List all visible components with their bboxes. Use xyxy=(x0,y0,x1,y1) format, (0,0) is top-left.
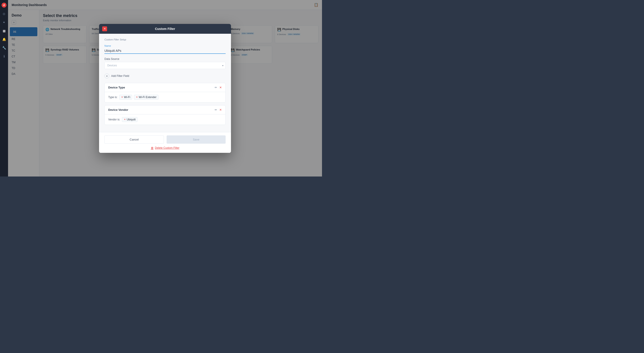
datasource-label: Data Source xyxy=(104,57,226,60)
delete-device-vendor-button[interactable]: ✕ xyxy=(219,108,222,111)
remove-wifi-button[interactable]: ✕ xyxy=(121,96,123,98)
tag-ubiquiti-label: Ubiquiti xyxy=(126,118,136,121)
sidebar-item-grid[interactable]: ▦ xyxy=(2,28,6,33)
device-vendor-section-header: Device Vendor ✏ ✕ xyxy=(105,105,226,114)
delete-device-type-button[interactable]: ✕ xyxy=(219,86,222,89)
edit-device-type-button[interactable]: ✏ xyxy=(215,86,217,89)
edit-device-vendor-button[interactable]: ✏ xyxy=(215,108,217,111)
sidebar-item-settings[interactable]: 🔧 xyxy=(2,45,6,50)
datasource-select[interactable]: Devices xyxy=(104,62,226,69)
sidebar-item-notifications[interactable]: 🔔 xyxy=(2,37,6,41)
name-field-group: Name xyxy=(104,44,226,54)
modal-header: ✕ Custom Filter xyxy=(99,24,231,34)
remove-ubiquiti-button[interactable]: ✕ xyxy=(124,118,126,121)
app-logo[interactable]: d xyxy=(2,3,6,7)
plus-icon: + xyxy=(104,73,109,78)
tag-wifi-extender-label: Wi-Fi Extender xyxy=(139,96,156,99)
device-vendor-actions: ✏ ✕ xyxy=(215,108,222,111)
device-type-actions: ✏ ✕ xyxy=(215,86,222,89)
device-vendor-body: Vendor is: ✕ Ubiquiti xyxy=(105,114,226,125)
device-type-section-header: Device Type ✏ ✕ xyxy=(105,83,226,92)
setup-label: Custom Filter Setup xyxy=(104,38,226,41)
name-input[interactable] xyxy=(104,48,226,54)
device-type-body: Type is: ✕ Wi-Fi ✕ Wi-Fi Extender xyxy=(105,92,226,102)
trash-icon: 🗑 xyxy=(151,146,154,150)
main-content: Monitoring Dashboards 📋 Demo + DE RE TE … xyxy=(8,0,322,176)
datasource-select-wrapper: Devices ▾ xyxy=(104,62,226,69)
footer-buttons: Cancel Save xyxy=(104,135,226,144)
sidebar-item-info[interactable]: ℹ xyxy=(2,54,6,58)
modal-footer: Cancel Save 🗑 Delete Custom Filter xyxy=(99,132,231,153)
device-type-title: Device Type xyxy=(108,86,125,89)
tag-wifi-label: Wi-Fi xyxy=(124,96,130,99)
type-is-label: Type is: xyxy=(108,96,118,99)
delete-custom-filter-button[interactable]: 🗑 Delete Custom Filter xyxy=(104,146,226,150)
save-button[interactable]: Save xyxy=(166,135,226,144)
add-filter-label: Add Filter Field xyxy=(111,74,129,77)
cancel-button[interactable]: Cancel xyxy=(104,135,164,144)
device-vendor-title: Device Vendor xyxy=(108,108,128,111)
vendor-is-label: Vendor is: xyxy=(108,118,120,121)
delete-filter-label: Delete Custom Filter xyxy=(155,146,179,149)
tag-wifi-extender: ✕ Wi-Fi Extender xyxy=(134,95,158,100)
remove-wifi-extender-button[interactable]: ✕ xyxy=(136,96,138,98)
device-type-filter-section: Device Type ✏ ✕ Type is: ✕ Wi-Fi xyxy=(104,83,226,102)
custom-filter-modal: ✕ Custom Filter Custom Filter Setup Name… xyxy=(99,24,231,153)
tag-ubiquiti: ✕ Ubiquiti xyxy=(122,117,138,122)
modal-body: Custom Filter Setup Name Data Source Dev… xyxy=(99,34,231,132)
modal-close-button[interactable]: ✕ xyxy=(102,26,107,31)
sidebar-item-analytics[interactable]: ✦ xyxy=(2,20,6,24)
add-filter-button[interactable]: + Add Filter Field xyxy=(104,73,226,79)
device-vendor-filter-section: Device Vendor ✏ ✕ Vendor is: ✕ Ubiquiti xyxy=(104,105,226,125)
sidebar-item-dashboard[interactable]: ⊙ xyxy=(2,12,6,16)
sidebar: d ⊙ ✦ ▦ 🔔 🔧 ℹ xyxy=(0,0,8,176)
tag-wifi: ✕ Wi-Fi xyxy=(119,95,132,100)
datasource-field-group: Data Source Devices ▾ xyxy=(104,57,226,69)
modal-title: Custom Filter xyxy=(104,27,226,31)
modal-overlay: ✕ Custom Filter Custom Filter Setup Name… xyxy=(8,0,322,176)
name-label: Name xyxy=(104,44,226,47)
